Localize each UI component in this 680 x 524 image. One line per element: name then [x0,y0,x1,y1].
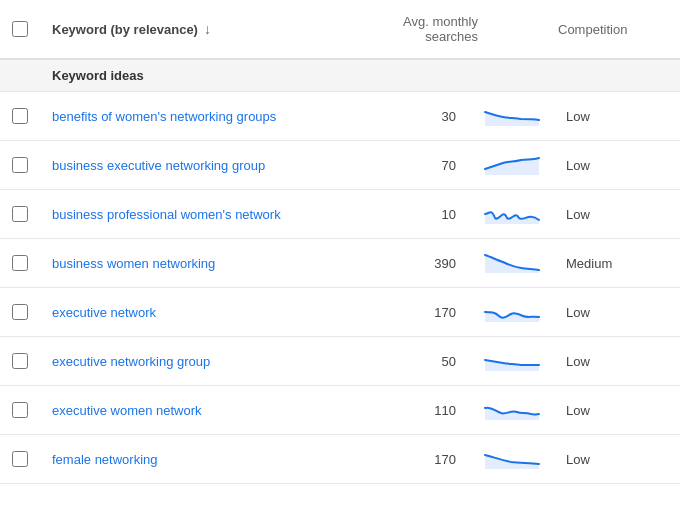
keyword-cell-3[interactable]: business women networking [52,256,358,271]
row-checkbox-cell-5[interactable] [12,353,52,369]
sparkline-cell-1 [468,151,558,179]
row-checkbox-cell-2[interactable] [12,206,52,222]
row-checkbox-1[interactable] [12,157,28,173]
competition-cell-2: Low [558,207,668,222]
keyword-ideas-table: benefits of women's networking groups 30… [0,92,680,484]
table-row: benefits of women's networking groups 30… [0,92,680,141]
sparkline-chart-1 [483,151,543,179]
sparkline-cell-0 [468,102,558,130]
sparkline-cell-6 [468,396,558,424]
competition-cell-5: Low [558,354,668,369]
select-all-checkbox-cell[interactable] [12,21,52,37]
searches-cell-4: 170 [358,305,468,320]
row-checkbox-cell-7[interactable] [12,451,52,467]
searches-cell-5: 50 [358,354,468,369]
sparkline-cell-3 [468,249,558,277]
competition-cell-6: Low [558,403,668,418]
keyword-cell-5[interactable]: executive networking group [52,354,358,369]
select-all-checkbox[interactable] [12,21,28,37]
sparkline-chart-7 [483,445,543,473]
table-row: business executive networking group 70 L… [0,141,680,190]
table-header: Keyword (by relevance) ↓ Avg. monthly se… [0,0,680,60]
keyword-column-header: Keyword (by relevance) ↓ [52,21,358,37]
keyword-cell-7[interactable]: female networking [52,452,358,467]
competition-cell-7: Low [558,452,668,467]
row-checkbox-cell-6[interactable] [12,402,52,418]
competition-cell-1: Low [558,158,668,173]
table-row: executive networking group 50 Low [0,337,680,386]
keyword-cell-1[interactable]: business executive networking group [52,158,358,173]
row-checkbox-7[interactable] [12,451,28,467]
competition-cell-4: Low [558,305,668,320]
searches-cell-7: 170 [358,452,468,467]
table-row: business professional women's network 10… [0,190,680,239]
keyword-cell-0[interactable]: benefits of women's networking groups [52,109,358,124]
sparkline-chart-3 [483,249,543,277]
competition-cell-0: Low [558,109,668,124]
searches-cell-3: 390 [358,256,468,271]
keyword-cell-4[interactable]: executive network [52,305,358,320]
competition-column-header: Competition [558,22,668,37]
row-checkbox-cell-4[interactable] [12,304,52,320]
searches-cell-2: 10 [358,207,468,222]
sparkline-cell-5 [468,347,558,375]
table-row: business women networking 390 Medium [0,239,680,288]
searches-column-header: Avg. monthly searches [358,14,558,44]
row-checkbox-cell-3[interactable] [12,255,52,271]
row-checkbox-0[interactable] [12,108,28,124]
sparkline-cell-4 [468,298,558,326]
sparkline-chart-5 [483,347,543,375]
sparkline-chart-2 [483,200,543,228]
keyword-cell-2[interactable]: business professional women's network [52,207,358,222]
group-header: Keyword ideas [0,60,680,92]
sparkline-chart-4 [483,298,543,326]
row-checkbox-3[interactable] [12,255,28,271]
sort-arrow-icon[interactable]: ↓ [204,21,211,37]
row-checkbox-2[interactable] [12,206,28,222]
row-checkbox-6[interactable] [12,402,28,418]
table-row: female networking 170 Low [0,435,680,484]
sparkline-cell-7 [468,445,558,473]
row-checkbox-4[interactable] [12,304,28,320]
sparkline-cell-2 [468,200,558,228]
sparkline-chart-0 [483,102,543,130]
searches-cell-1: 70 [358,158,468,173]
sparkline-chart-6 [483,396,543,424]
row-checkbox-cell-0[interactable] [12,108,52,124]
row-checkbox-cell-1[interactable] [12,157,52,173]
keyword-cell-6[interactable]: executive women network [52,403,358,418]
searches-cell-0: 30 [358,109,468,124]
competition-cell-3: Medium [558,256,668,271]
row-checkbox-5[interactable] [12,353,28,369]
searches-cell-6: 110 [358,403,468,418]
table-row: executive women network 110 Low [0,386,680,435]
table-row: executive network 170 Low [0,288,680,337]
